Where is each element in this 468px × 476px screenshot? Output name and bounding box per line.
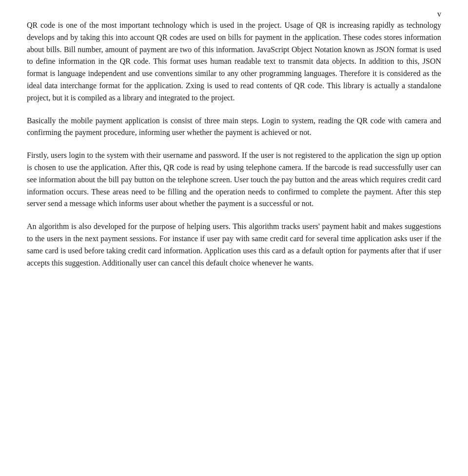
paragraph-4: An algorithm is also developed for the p… — [27, 221, 441, 269]
page-container: v QR code is one of the most important t… — [0, 0, 468, 293]
paragraph-2: Basically the mobile payment application… — [27, 115, 441, 139]
paragraph-1: QR code is one of the most important tec… — [27, 19, 441, 104]
paragraph-3: Firstly, users login to the system with … — [27, 150, 441, 210]
page-number: v — [437, 10, 441, 19]
